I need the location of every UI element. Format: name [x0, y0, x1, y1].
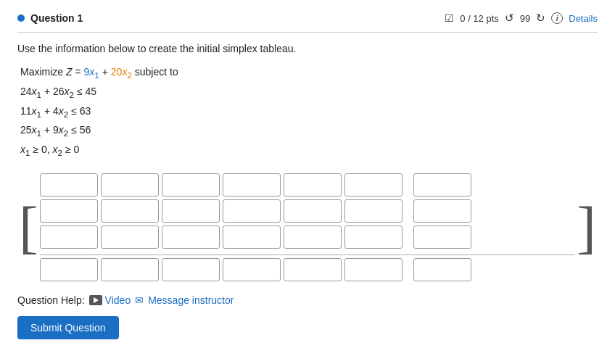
cell-r3c4[interactable] — [223, 226, 281, 249]
cell-r4c7[interactable] — [413, 258, 471, 281]
sync-icon[interactable]: ↻ — [536, 12, 545, 25]
math-line-1: Maximize Z = 9x1 + 20x2 subject to — [20, 63, 598, 83]
attempt-count: 99 — [520, 13, 530, 24]
tableau-container: [ — [17, 173, 598, 281]
cell-r4c4[interactable] — [223, 258, 281, 281]
cell-r2c6[interactable] — [344, 199, 403, 223]
tableau-row — [40, 173, 576, 197]
cell-r1c2[interactable] — [101, 173, 159, 197]
undo-icon[interactable]: ↺ — [505, 12, 514, 25]
aug-col-row2 — [413, 199, 471, 223]
question-instruction: Use the information below to create the … — [17, 43, 598, 54]
cell-r1c6[interactable] — [344, 173, 403, 197]
cell-r3c5[interactable] — [284, 226, 342, 249]
cell-r4c5[interactable] — [284, 258, 342, 281]
cell-r3c1[interactable] — [40, 226, 98, 249]
tableau-row — [40, 226, 576, 249]
math-line-3: 11x1 + 4x2 ≤ 63 — [20, 102, 598, 122]
main-cols-row3 — [40, 226, 403, 249]
bracket-left: [ — [17, 173, 40, 281]
checkbox-icon: ☑ — [445, 12, 454, 24]
main-cols-row1 — [40, 173, 403, 197]
maximize-prefix: Maximize Z = — [20, 66, 84, 78]
subject-to: subject to — [132, 66, 178, 78]
bracket-right: ] — [575, 173, 598, 281]
blue-term: 9x1 — [84, 66, 99, 78]
cell-r3c6[interactable] — [344, 226, 403, 249]
question-header: Question 1 ☑ 0 / 12 pts ↺ 99 ↻ i Details — [17, 12, 598, 33]
question-help: Question Help: Video ✉ Message instructo… — [17, 294, 598, 306]
math-line-2: 24x1 + 26x2 ≤ 45 — [20, 83, 598, 102]
cell-r4c3[interactable] — [162, 258, 220, 281]
cell-r1c3[interactable] — [162, 173, 220, 197]
submit-button[interactable]: Submit Question — [17, 316, 119, 339]
video-label: Video — [105, 294, 131, 306]
cell-r1c5[interactable] — [284, 173, 342, 197]
cell-r3c2[interactable] — [101, 226, 159, 249]
math-line-5: x1 ≥ 0, x2 ≥ 0 — [20, 141, 598, 160]
cell-r1c7[interactable] — [413, 173, 471, 197]
pts-display: 0 / 12 pts — [460, 13, 498, 24]
question-title: Question 1 — [30, 12, 83, 24]
details-link[interactable]: Details — [569, 13, 598, 24]
plus-sign: + — [99, 66, 111, 78]
cell-r1c4[interactable] — [223, 173, 281, 197]
aug-col-row1 — [413, 173, 471, 197]
main-cols-row2 — [40, 199, 403, 223]
math-line-4: 25x1 + 9x2 ≤ 56 — [20, 121, 598, 141]
help-label: Question Help: — [17, 294, 85, 306]
cell-r4c1[interactable] — [40, 258, 98, 281]
cell-r3c7[interactable] — [413, 226, 471, 249]
info-icon[interactable]: i — [551, 12, 563, 24]
tableau-row — [40, 199, 576, 223]
video-icon — [89, 295, 102, 305]
cell-r2c4[interactable] — [223, 199, 281, 223]
cell-r2c7[interactable] — [413, 199, 471, 223]
question-meta: ☑ 0 / 12 pts ↺ 99 ↻ i Details — [445, 12, 598, 25]
blue-dot-icon — [17, 15, 25, 22]
cell-r2c2[interactable] — [101, 199, 159, 223]
tableau-row — [40, 255, 576, 281]
question-body: Use the information below to create the … — [17, 43, 598, 160]
cell-r2c3[interactable] — [162, 199, 220, 223]
video-link[interactable]: Video — [89, 294, 131, 306]
orange-term: 20x2 — [111, 66, 132, 78]
math-block: Maximize Z = 9x1 + 20x2 subject to 24x1 … — [20, 63, 598, 160]
cell-r2c1[interactable] — [40, 199, 98, 223]
cell-r3c3[interactable] — [162, 226, 220, 249]
aug-col-row3 — [413, 226, 471, 249]
aug-col-row4 — [413, 258, 471, 281]
cell-r4c6[interactable] — [344, 258, 403, 281]
cell-r1c1[interactable] — [40, 173, 98, 197]
main-cols-row4 — [40, 258, 403, 281]
message-instructor-link[interactable]: Message instructor — [148, 294, 234, 306]
email-icon: ✉ — [135, 294, 144, 306]
tableau-grid — [40, 173, 576, 281]
cell-r4c2[interactable] — [101, 258, 159, 281]
cell-r2c5[interactable] — [284, 199, 342, 223]
